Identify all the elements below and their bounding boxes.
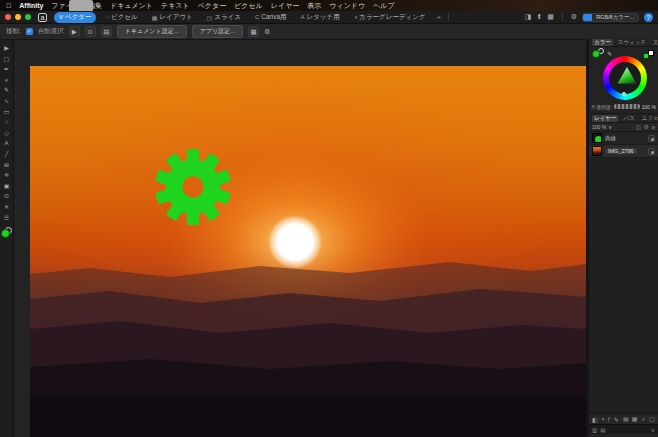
crop-tool[interactable]: ▣ [1,181,12,192]
tab-effects[interactable]: エフェクト [640,115,658,122]
delete-layer-icon[interactable]: ▢ [649,415,655,424]
tab-swatches[interactable]: スウォッチ [616,39,648,46]
app-menu[interactable]: Affinity [19,2,43,9]
tools-rail: ▶ ▢ ✒ ⌖ ✎ ∿ ▭ ○ ◇ A ╱ ⊞ ✛ ▣ ⊙ ✳ ☰ [0,40,14,437]
add-mask-icon[interactable]: ◑ [601,416,605,422]
minimize-window-button[interactable] [15,14,21,20]
color-format-button[interactable]: RGB/8カラー... [582,13,639,22]
chevron-down-icon[interactable]: ∨ [651,427,655,433]
layer-name[interactable]: 曲線 [605,135,616,142]
secondary-fill-swatch[interactable] [643,53,649,59]
transform-tool[interactable]: ✛ [1,170,12,181]
slice-persona-icon: ◳ [207,14,213,21]
layer-visibility-checkbox[interactable] [648,135,655,142]
hand-tool[interactable]: ☰ [1,213,12,224]
menu-text[interactable]: テキスト [161,1,190,11]
layer-thumbnail-gear [592,133,602,143]
tab-character[interactable]: 文字 [651,39,658,46]
color-triangle[interactable] [616,67,638,89]
ellipse-tool[interactable]: ○ [1,117,12,128]
page-mode-icon[interactable]: ▤ [101,26,112,37]
add-persona-button[interactable]: + [437,13,442,22]
persona-tab-layout[interactable]: ▦ レイアウト [147,12,198,23]
layer-row-curve[interactable]: 曲線 [589,132,658,145]
help-button[interactable]: ? [644,13,653,22]
preferences-icon[interactable]: ⚙ [571,13,577,21]
grid-icon[interactable]: ▦ [547,13,554,21]
persona-tab-canva[interactable]: C Canva用 [250,12,292,23]
zoom-mode-icon[interactable]: ⊙ [85,26,96,37]
color-format-swatch [583,13,592,22]
layer-visibility-checkbox[interactable] [648,148,655,155]
brush-tool[interactable]: ∿ [1,96,12,107]
layer-effects-icon[interactable]: ƒ [607,416,610,422]
blend-options-icon[interactable]: ◫ [636,124,641,130]
persona-tab-pixel[interactable]: ◌ ピクセル [100,12,142,23]
pixel-persona-icon: ◌ [105,14,109,20]
layer-opacity-value[interactable]: 100 % [592,124,606,130]
color-wheel[interactable] [603,56,647,100]
polygon-tool[interactable]: ◇ [1,128,12,139]
persona-tab-retouch[interactable]: A レタッチ用 [296,12,345,23]
fill-stroke-color-well[interactable] [1,227,12,238]
move-layer-icon[interactable]: ▤ [623,415,629,424]
menu-help[interactable]: ヘルプ [373,1,395,11]
tab-color[interactable]: カラー [592,39,613,46]
move-tool[interactable]: ▶ [1,43,12,54]
auto-select-checkbox[interactable]: ✓ [26,28,33,35]
tool-context-label: 移動: [6,27,21,36]
menu-view[interactable]: 表示 [307,1,321,11]
tab-paths[interactable]: パス [621,115,636,122]
layer-row-image[interactable]: IMG_2796 [589,145,658,158]
export-icon[interactable]: ⬆ [536,13,542,21]
pen-tool[interactable]: ✒ [1,64,12,75]
menu-window[interactable]: ウィンドウ [329,1,365,11]
menu-layer[interactable]: レイヤー [271,1,300,11]
tab-layers[interactable]: レイヤー [592,115,618,122]
retouch-persona-icon: A [301,14,305,20]
collapsed-panel-header[interactable]: ▥ ▤ ∨ [589,424,658,434]
pencil-tool[interactable]: ✎ [1,85,12,96]
effects-tool[interactable]: ✳ [1,202,12,213]
persona-tab-colorgrading[interactable]: ◑ カラーグレーディング [349,12,431,23]
close-window-button[interactable] [5,14,11,20]
green-gear-shape[interactable] [155,149,231,225]
cursor-mode-icon[interactable]: ▶ [69,26,80,37]
line-tool[interactable]: ╱ [1,149,12,160]
layer-settings-gear-icon[interactable]: ⚙ [644,124,649,130]
menu-vector[interactable]: ベクター [198,1,227,11]
layer-opacity-caret-icon[interactable]: ∨ [608,124,612,130]
snapping-icon[interactable]: ◨ [525,13,532,21]
text-tool[interactable]: A [1,138,12,149]
opacity-value[interactable]: 100 % [642,104,656,110]
edit-layer-icon[interactable]: ✎ [614,416,619,423]
app-settings-button[interactable]: アプリ設定... [192,25,243,38]
layer-name[interactable]: IMG_2796 [605,148,637,154]
grid-tool[interactable]: ⊞ [1,160,12,171]
persona-tab-vector[interactable]: V ベクター [54,12,96,23]
add-layer-icon[interactable]: ＋ [640,415,646,424]
zoom-tool[interactable]: ⊙ [1,191,12,202]
fill-color-indicator[interactable] [592,50,600,58]
zoom-window-button[interactable] [25,14,31,20]
group-layers-icon[interactable]: ▦ [632,415,638,424]
fill-color-swatch[interactable] [1,229,10,238]
rectangle-tool[interactable]: ▭ [1,107,12,118]
lock-layer-icon[interactable]: ≡ [652,124,655,130]
artboard-tool[interactable]: ▢ [1,54,12,65]
menu-document[interactable]: ドキュメント [110,1,153,11]
persona-tab-slice[interactable]: ◳ スライス [202,12,246,23]
eyedropper-icon[interactable]: ✎ [607,50,612,57]
canvas-photo-sunset[interactable] [30,66,587,437]
gear-settings-icon[interactable]: ⚙ [264,28,270,36]
document-settings-button[interactable]: ドキュメント設定... [117,25,187,38]
color-panel: ✎ 不透明度: 100 % [589,47,658,114]
add-adjustment-icon[interactable]: ◧ [592,416,598,423]
menu-pixel[interactable]: ピクセル [234,1,263,11]
apple-menu-icon[interactable]:  [6,2,11,9]
color-wheel-marker[interactable] [622,92,626,96]
layers-studio-tabs: レイヤー パス エフェクト スタイル ∨ [589,114,658,123]
opacity-slider[interactable] [614,104,639,109]
node-tool[interactable]: ⌖ [1,75,12,86]
panel-toggle-icon[interactable]: ▦ [248,26,259,37]
